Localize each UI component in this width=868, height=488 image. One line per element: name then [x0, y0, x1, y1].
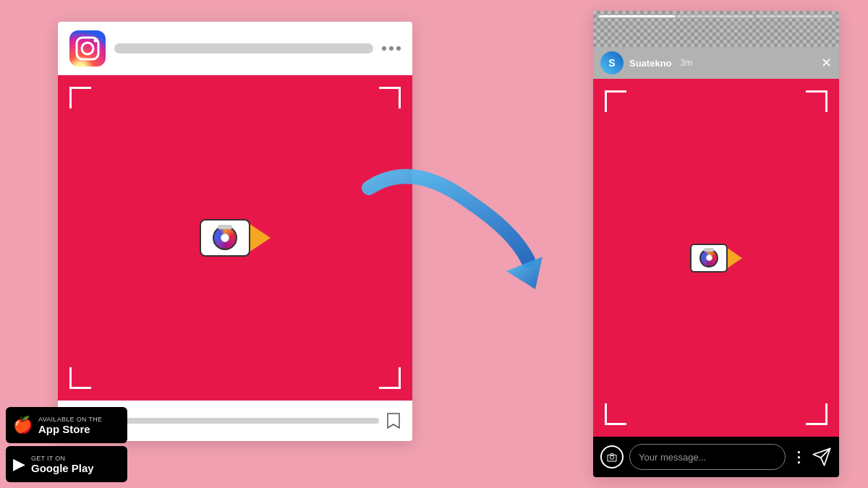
bookmark-icon[interactable]: [386, 412, 401, 429]
cam-triangle-large: [249, 223, 271, 252]
progress-bar-3: [757, 15, 833, 17]
cam-body-small: [690, 244, 728, 273]
story-image-area: [593, 79, 839, 437]
story-bracket-bottom-left: [605, 403, 626, 425]
app-badges: 🍎 Available on the App Store ▶ GET IT ON…: [6, 407, 127, 482]
googleplay-sub: GET IT ON: [31, 455, 94, 462]
story-message-input[interactable]: Your message...: [629, 444, 786, 470]
story-time: 3m: [681, 58, 693, 68]
appstore-badge[interactable]: 🍎 Available on the App Store: [6, 407, 127, 443]
googleplay-badge[interactable]: ▶ GET IT ON Google Play: [6, 446, 127, 482]
cam-lens-inner-small: [706, 254, 712, 261]
story-send-button[interactable]: [812, 447, 832, 467]
story-header: S Suatekno 3m ✕: [593, 47, 839, 79]
story-username: Suatekno: [629, 58, 672, 69]
post-options-dots[interactable]: [382, 46, 401, 51]
dot-1: [382, 46, 386, 51]
apple-icon: 🍎: [13, 416, 33, 435]
bracket-top-right: [379, 87, 401, 108]
dot-2: [389, 46, 393, 51]
story-bracket-top-left: [605, 90, 626, 112]
instagram-logo: [69, 30, 106, 67]
instagram-story-mockup: S Suatekno 3m ✕: [593, 11, 839, 477]
arrow-svg: [354, 145, 557, 289]
story-footer: Your message... ⋮: [593, 437, 839, 477]
svg-rect-0: [69, 30, 106, 67]
progress-bar-2: [678, 15, 754, 17]
bracket-bottom-right: [379, 367, 401, 389]
googleplay-badge-text: GET IT ON Google Play: [31, 455, 94, 474]
story-bracket-top-right: [806, 90, 827, 112]
appstore-badge-text: Available on the App Store: [38, 416, 102, 435]
story-close-button[interactable]: ✕: [821, 55, 832, 71]
story-bracket-bottom-right: [806, 403, 827, 425]
appstore-sub: Available on the: [38, 416, 102, 423]
bracket-bottom-left: [69, 367, 91, 389]
googleplay-main: Google Play: [31, 462, 94, 474]
story-more-options[interactable]: ⋮: [791, 448, 806, 466]
message-placeholder: Your message...: [639, 452, 706, 463]
cam-lens-large: [213, 226, 237, 250]
post-footer-bar: [103, 418, 379, 424]
progress-bar-1: [599, 15, 676, 17]
curved-arrow: [354, 145, 557, 289]
dot-3: [396, 46, 401, 51]
appstore-main: App Store: [38, 423, 102, 435]
cam-notch-large: [218, 225, 232, 229]
story-avatar: S: [600, 51, 624, 74]
video-camera-icon-small: [690, 244, 742, 273]
camera-icon: [606, 451, 618, 463]
cam-lens-inner-large: [221, 234, 229, 242]
svg-point-3: [94, 39, 98, 43]
cam-body-large: [200, 219, 250, 257]
story-camera-button[interactable]: [600, 445, 624, 468]
video-camera-icon-large: [200, 219, 271, 257]
svg-point-5: [610, 455, 613, 459]
post-username-bar: [114, 43, 373, 53]
post-header: [58, 22, 412, 75]
bracket-top-left: [69, 87, 91, 108]
cam-notch-small: [704, 248, 714, 252]
cam-triangle-small: [726, 247, 742, 269]
googleplay-icon: ▶: [13, 455, 25, 474]
story-progress-bars: [593, 15, 839, 17]
